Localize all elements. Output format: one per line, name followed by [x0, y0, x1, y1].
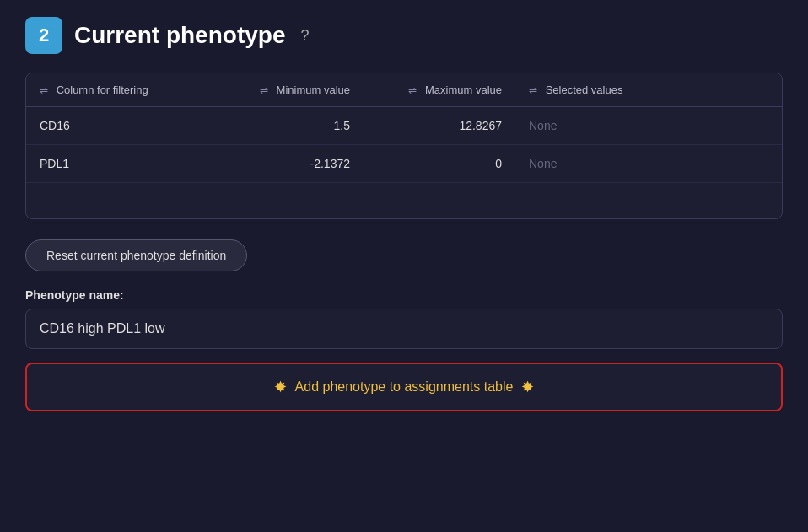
- table-row: CD16 1.5 12.8267 None: [26, 107, 782, 145]
- add-phenotype-button[interactable]: ✸ Add phenotype to assignments table ✸: [25, 363, 783, 411]
- row1-max: 12.8267: [364, 107, 515, 145]
- col-max-header[interactable]: ⇌ Maximum value: [364, 73, 515, 107]
- page-header: 2 Current phenotype ?: [25, 17, 783, 54]
- filter-icon-1: ⇌: [40, 84, 48, 96]
- col-filter-header[interactable]: ⇌ Column for filtering: [26, 73, 212, 107]
- table-row: PDL1 -2.1372 0 None: [26, 145, 782, 183]
- row2-min: -2.1372: [212, 145, 364, 183]
- star-right-icon: ✸: [521, 378, 534, 396]
- add-button-label: Add phenotype to assignments table: [295, 379, 514, 395]
- phenotype-name-label: Phenotype name:: [25, 288, 783, 302]
- row1-column: CD16: [26, 107, 212, 145]
- star-left-icon: ✸: [274, 378, 287, 396]
- page-title: Current phenotype: [74, 22, 285, 49]
- reset-button[interactable]: Reset current phenotype definition: [25, 239, 247, 271]
- filter-icon-2: ⇌: [260, 84, 268, 96]
- phenotype-name-input[interactable]: [25, 309, 783, 349]
- row1-min: 1.5: [212, 107, 364, 145]
- row2-column: PDL1: [26, 145, 212, 183]
- col-min-header[interactable]: ⇌ Minimum value: [212, 73, 364, 107]
- filter-icon-4: ⇌: [529, 84, 537, 96]
- filter-icon-3: ⇌: [408, 84, 417, 96]
- help-icon[interactable]: ?: [300, 27, 309, 45]
- col-selected-header[interactable]: ⇌ Selected values: [515, 73, 782, 107]
- row1-selected: None: [515, 107, 782, 145]
- step-badge: 2: [25, 17, 62, 54]
- table-row-empty: [26, 183, 782, 218]
- phenotype-table-container: ⇌ Column for filtering ⇌ Minimum value ⇌…: [25, 73, 783, 219]
- row2-max: 0: [364, 145, 515, 183]
- table-header-row: ⇌ Column for filtering ⇌ Minimum value ⇌…: [26, 73, 782, 107]
- phenotype-table: ⇌ Column for filtering ⇌ Minimum value ⇌…: [26, 73, 782, 218]
- row2-selected: None: [515, 145, 782, 183]
